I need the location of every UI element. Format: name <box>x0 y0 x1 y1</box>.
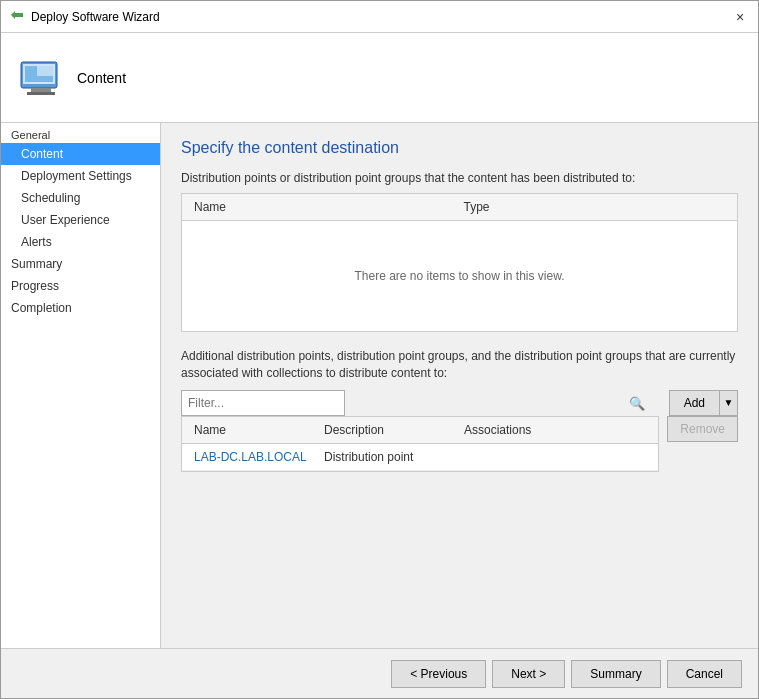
row-description: Distribution point <box>320 448 460 466</box>
svg-rect-3 <box>31 88 51 92</box>
footer: < Previous Next > Summary Cancel <box>1 648 758 698</box>
page-title: Specify the content destination <box>181 139 738 157</box>
filter-input[interactable] <box>181 390 345 416</box>
bottom-col-associations: Associations <box>460 421 560 439</box>
bottom-table: Name Description Associations LAB-DC.LAB… <box>181 416 659 472</box>
main-content: Specify the content destination Distribu… <box>161 123 758 648</box>
sidebar-item-scheduling[interactable]: Scheduling <box>1 187 160 209</box>
wizard-header: Content <box>1 33 758 123</box>
title-bar-text: Deploy Software Wizard <box>31 10 730 24</box>
sidebar-item-progress[interactable]: Progress <box>1 275 160 297</box>
top-table-empty-message: There are no items to show in this view. <box>182 221 737 331</box>
top-table-col-name: Name <box>190 198 460 216</box>
summary-button[interactable]: Summary <box>571 660 660 688</box>
remove-button[interactable]: Remove <box>667 416 738 442</box>
close-button[interactable]: × <box>730 7 750 27</box>
sidebar-item-user-experience[interactable]: User Experience <box>1 209 160 231</box>
table-row[interactable]: LAB-DC.LAB.LOCAL Distribution point <box>182 444 658 471</box>
sidebar-item-deployment-settings[interactable]: Deployment Settings <box>1 165 160 187</box>
bottom-col-description: Description <box>320 421 460 439</box>
row-name: LAB-DC.LAB.LOCAL <box>190 448 320 466</box>
add-btn-group: Add ▼ <box>669 390 738 416</box>
sidebar-item-summary[interactable]: Summary <box>1 253 160 275</box>
cancel-button[interactable]: Cancel <box>667 660 742 688</box>
bottom-table-header: Name Description Associations <box>182 417 658 444</box>
title-bar-icon <box>9 7 25 26</box>
search-icon: 🔍 <box>629 395 645 410</box>
top-description: Distribution points or distribution poin… <box>181 171 738 185</box>
svg-rect-4 <box>27 92 55 95</box>
add-button[interactable]: Add <box>669 390 720 416</box>
top-table-col-type: Type <box>460 198 730 216</box>
svg-marker-0 <box>11 11 23 19</box>
row-associations <box>460 448 560 466</box>
sidebar-item-alerts[interactable]: Alerts <box>1 231 160 253</box>
next-button[interactable]: Next > <box>492 660 565 688</box>
top-table-header: Name Type <box>182 194 737 221</box>
bottom-table-section: Name Description Associations LAB-DC.LAB… <box>181 416 738 632</box>
sidebar-item-completion[interactable]: Completion <box>1 297 160 319</box>
bottom-col-name: Name <box>190 421 320 439</box>
wizard-window: Deploy Software Wizard × Content Genera <box>0 0 759 699</box>
title-bar: Deploy Software Wizard × <box>1 1 758 33</box>
right-buttons: Remove <box>667 416 738 442</box>
sidebar: General Content Deployment Settings Sche… <box>1 123 161 648</box>
wizard-header-icon <box>17 52 65 103</box>
wizard-body: General Content Deployment Settings Sche… <box>1 123 758 648</box>
top-table: Name Type There are no items to show in … <box>181 193 738 332</box>
previous-button[interactable]: < Previous <box>391 660 486 688</box>
add-dropdown-button[interactable]: ▼ <box>720 390 738 416</box>
filter-wrap: 🔍 <box>181 390 661 416</box>
svg-rect-6 <box>37 66 53 76</box>
bottom-table-wrapper: Name Description Associations LAB-DC.LAB… <box>181 416 659 472</box>
sidebar-item-content[interactable]: Content <box>1 143 160 165</box>
wizard-header-title: Content <box>77 70 126 86</box>
sidebar-section-general: General <box>1 123 160 143</box>
bottom-description: Additional distribution points, distribu… <box>181 348 738 382</box>
